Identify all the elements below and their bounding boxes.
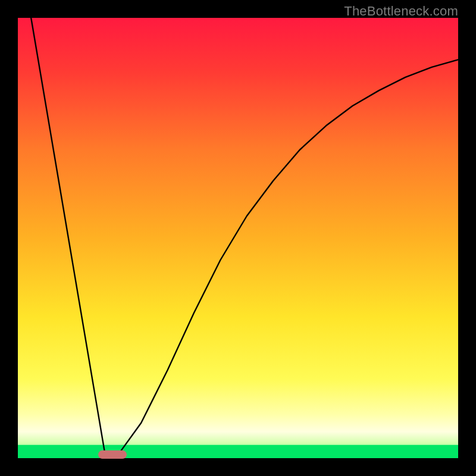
optimal-band: [18, 445, 458, 458]
optimal-marker: [98, 450, 127, 459]
bottleneck-chart: [18, 18, 458, 458]
chart-frame: [18, 18, 458, 458]
watermark-text: TheBottleneck.com: [344, 4, 458, 19]
